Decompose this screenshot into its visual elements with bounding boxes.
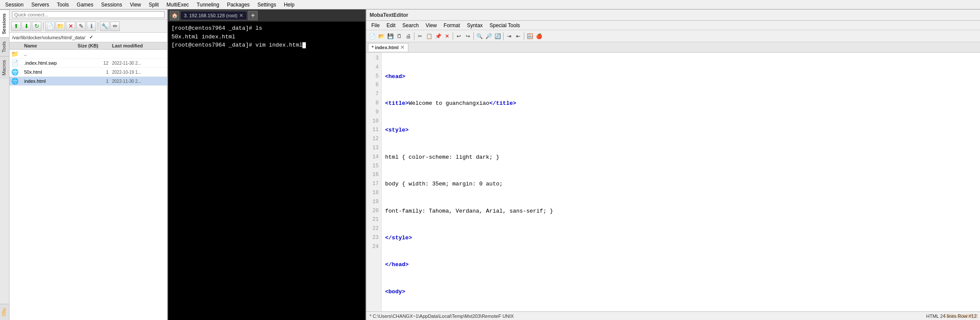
terminal-tab-active[interactable]: 3. 192.168.150.128 (root) ✕	[180, 11, 247, 20]
ln-18: 18	[369, 189, 379, 198]
side-tab-tools[interactable]: Tools	[0, 38, 9, 56]
index-date: 2022-11-30 2...	[112, 79, 165, 84]
newfile-btn[interactable]: 📄	[45, 22, 55, 31]
terminal-line-3: [root@centos7964 _data]# vim index.html	[171, 41, 362, 50]
edit-btn[interactable]: ✏	[110, 22, 120, 31]
menu-help[interactable]: Help	[280, 1, 298, 9]
editor-cut-btn[interactable]: ✂	[416, 32, 424, 41]
current-path: /var/lib/docker/volumes/html/_data/	[12, 35, 87, 40]
ln-11: 11	[369, 126, 379, 135]
file-list: 📁 .. 📄 .index.html.swp 12 2022-11-30 2..…	[9, 50, 167, 320]
menu-tunneling[interactable]: Tunneling	[193, 1, 223, 9]
menu-split[interactable]: Split	[145, 1, 162, 9]
menu-sessions[interactable]: Sessions	[98, 1, 126, 9]
file-list-header: Name Size (KB) Last modified	[9, 42, 167, 50]
ln-6: 6	[369, 81, 379, 90]
editor-tab-close[interactable]: ✕	[400, 44, 404, 50]
menu-tools[interactable]: Tools	[53, 1, 72, 9]
col-size[interactable]: Size (KB)	[78, 43, 112, 48]
editor-menu-view[interactable]: View	[422, 22, 440, 29]
editor-open-btn[interactable]: 📂	[377, 32, 386, 41]
terminal-line-2: 50x.html index.html	[171, 33, 362, 41]
code-line-9: </style>	[385, 234, 977, 243]
editor-menu-search[interactable]: Search	[399, 22, 422, 29]
parent-icon: 📁	[11, 50, 24, 57]
file-row-50x[interactable]: 🌐 50x.html 1 2022-10-19 1...	[9, 68, 167, 77]
editor-menu-edit[interactable]: Edit	[383, 22, 399, 29]
terminal-home-btn[interactable]: 🏠	[170, 11, 179, 20]
info-btn[interactable]: ℹ	[87, 22, 96, 31]
menu-session[interactable]: Session	[2, 1, 27, 9]
ln-17: 17	[369, 180, 379, 189]
editor-outdent-btn[interactable]: ⇤	[514, 32, 523, 41]
editor-print-btn[interactable]: 🖨	[404, 32, 413, 41]
swp-size: 12	[78, 60, 112, 66]
menu-multiexec[interactable]: MultiExec	[163, 1, 193, 9]
newfolder-btn[interactable]: 📁	[56, 22, 65, 31]
editor-indent-btn[interactable]: ⇥	[505, 32, 513, 41]
editor-tab-index[interactable]: * index.html ✕	[368, 43, 408, 51]
ln-14: 14	[369, 153, 379, 162]
editor-new-btn[interactable]: 📄	[368, 32, 376, 41]
editor-mac-btn[interactable]: 🍎	[535, 32, 543, 41]
ln-9: 9	[369, 108, 379, 117]
menu-packages[interactable]: Packages	[224, 1, 253, 9]
code-area[interactable]: 3 4 5 6 7 8 9 10 11 12 13 14 15 16 17 18…	[366, 53, 980, 311]
editor-delete-btn[interactable]: ✕	[443, 32, 451, 41]
quick-connect-input[interactable]	[12, 11, 165, 18]
editor-sep-5	[524, 32, 524, 40]
file-row-parent[interactable]: 📁 ..	[9, 50, 167, 59]
editor-menu-special[interactable]: Special Tools	[486, 22, 524, 29]
rename-btn[interactable]: ✎	[76, 22, 86, 31]
file-panel: ⬆ ⬇ ↻ 📄 📁 ✕ ✎ ℹ 🔧 ✏ /var/lib/docker/volu…	[9, 9, 167, 320]
swp-name: .index.html.swp	[24, 60, 78, 66]
side-tab-sftp[interactable]: Sftp	[0, 304, 9, 320]
editor-sep-4	[503, 32, 504, 40]
ln-5: 5	[369, 72, 379, 82]
editor-redo-btn[interactable]: ↪	[464, 32, 472, 41]
col-modified[interactable]: Last modified	[112, 43, 165, 48]
download-btn[interactable]: ⬇	[22, 22, 31, 31]
editor-menu-format[interactable]: Format	[440, 22, 464, 29]
editor-saveas-btn[interactable]: 🗒	[395, 32, 404, 41]
editor-sep-3	[473, 32, 474, 40]
refresh-btn[interactable]: ↻	[32, 22, 41, 31]
terminal-tab-close[interactable]: ✕	[239, 13, 243, 19]
code-line-6: html { color-scheme: light dark; }	[385, 153, 977, 162]
editor-menu-file[interactable]: File	[368, 22, 383, 29]
editor-paste-btn[interactable]: 📌	[434, 32, 442, 41]
upload-btn[interactable]: ⬆	[11, 22, 21, 31]
file-row-swp[interactable]: 📄 .index.html.swp 12 2022-11-30 2...	[9, 59, 167, 68]
menu-servers[interactable]: Servers	[28, 1, 53, 9]
code-content[interactable]: <head> <title>Welcome to guanchangxiao</…	[382, 53, 980, 311]
editor-undo-btn[interactable]: ↩	[454, 32, 463, 41]
menu-settings[interactable]: Settings	[254, 1, 280, 9]
delete-btn[interactable]: ✕	[66, 22, 75, 31]
editor-menu-syntax[interactable]: Syntax	[464, 22, 486, 29]
editor-save-btn[interactable]: 💾	[386, 32, 395, 41]
swp-icon: 📄	[11, 60, 24, 66]
editor-panel: MobaTextEditor File Edit Search View For…	[366, 9, 980, 320]
side-tab-macros[interactable]: Macros	[0, 56, 9, 79]
terminal-tab-label: 3. 192.168.150.128 (root)	[184, 13, 237, 18]
ln-19: 19	[369, 198, 379, 207]
file-row-index[interactable]: 🌐 index.html 1 2022-11-30 2...	[9, 77, 167, 86]
menu-view[interactable]: View	[126, 1, 144, 9]
terminal-body[interactable]: [root@centos7964 _data]# ls 50x.html ind…	[168, 22, 365, 320]
col-name[interactable]: Name	[24, 43, 78, 48]
terminal-new-tab-btn[interactable]: +	[248, 11, 258, 20]
side-tab-sessions[interactable]: Sessions	[0, 9, 9, 38]
editor-tabs: * index.html ✕	[366, 42, 980, 53]
index-icon: 🌐	[11, 78, 24, 85]
editor-win-btn[interactable]: 🪟	[526, 32, 534, 41]
ln-10: 10	[369, 117, 379, 126]
menu-games[interactable]: Games	[73, 1, 97, 9]
tools-btn[interactable]: 🔧	[100, 22, 109, 31]
editor-copy-btn[interactable]: 📋	[425, 32, 433, 41]
50x-icon: 🌐	[11, 69, 24, 75]
code-line-10: </head>	[385, 260, 977, 270]
editor-titlebar: MobaTextEditor	[366, 9, 980, 21]
editor-replace-btn[interactable]: 🔄	[493, 32, 502, 41]
editor-find-btn[interactable]: 🔍	[475, 32, 484, 41]
editor-findnext-btn[interactable]: 🔎	[484, 32, 493, 41]
